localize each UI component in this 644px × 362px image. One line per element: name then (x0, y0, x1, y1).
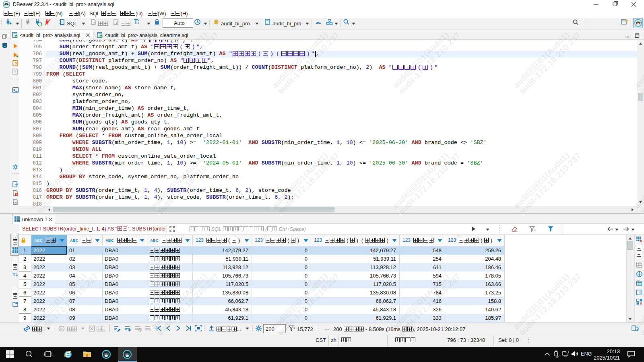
svg-text:+: + (16, 54, 19, 59)
svg-text:T: T (12, 272, 16, 278)
svg-text:+: + (9, 21, 12, 26)
svg-text:(x): (x) (13, 201, 17, 204)
